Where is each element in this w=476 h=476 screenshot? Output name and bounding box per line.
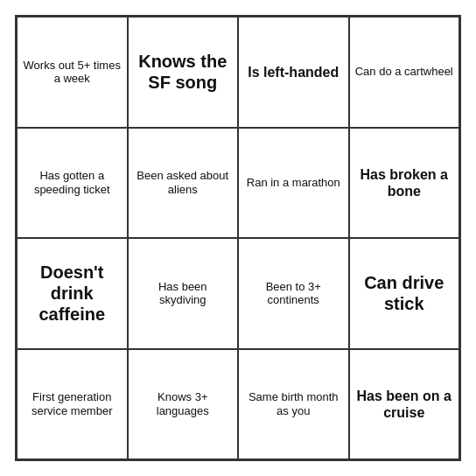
bingo-cell-r1c0: Has gotten a speeding ticket [17, 128, 128, 239]
bingo-cell-r2c0: Doesn't drink caffeine [17, 238, 128, 349]
bingo-board: Works out 5+ times a weekKnows the SF so… [15, 15, 461, 461]
bingo-cell-r0c3: Can do a cartwheel [349, 17, 460, 128]
bingo-grid: Works out 5+ times a weekKnows the SF so… [17, 17, 459, 459]
bingo-cell-r3c0: First generation service member [17, 349, 128, 460]
bingo-cell-r3c1: Knows 3+ languages [128, 349, 239, 460]
bingo-cell-r0c0: Works out 5+ times a week [17, 17, 128, 128]
bingo-cell-r1c2: Ran in a marathon [238, 128, 349, 239]
bingo-cell-r3c2: Same birth month as you [238, 349, 349, 460]
bingo-cell-r0c2: Is left-handed [238, 17, 349, 128]
bingo-cell-r2c3: Can drive stick [349, 238, 460, 349]
bingo-cell-r0c1: Knows the SF song [128, 17, 239, 128]
bingo-cell-r2c1: Has been skydiving [128, 238, 239, 349]
bingo-cell-r2c2: Been to 3+ continents [238, 238, 349, 349]
bingo-cell-r1c3: Has broken a bone [349, 128, 460, 239]
bingo-cell-r3c3: Has been on a cruise [349, 349, 460, 460]
bingo-cell-r1c1: Been asked about aliens [128, 128, 239, 239]
